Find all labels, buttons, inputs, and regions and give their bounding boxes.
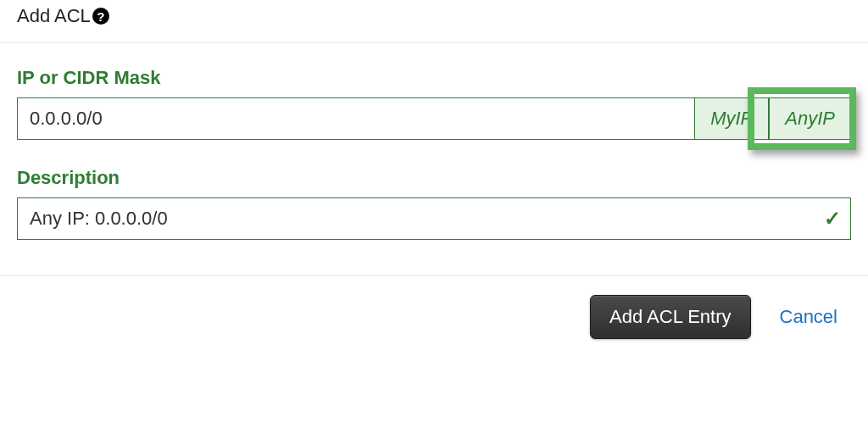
ip-cidr-input[interactable]: [17, 97, 694, 140]
dialog-footer: Add ACL Entry Cancel: [17, 276, 851, 339]
any-ip-button[interactable]: AnyIP: [769, 97, 851, 140]
description-input[interactable]: [17, 197, 851, 240]
description-input-wrap: ✓: [17, 197, 851, 240]
help-icon[interactable]: ?: [92, 8, 109, 25]
dialog-title: Add ACL: [17, 5, 91, 27]
cancel-button[interactable]: Cancel: [775, 306, 843, 328]
ip-label: IP or CIDR Mask: [17, 67, 851, 89]
ip-input-row: MyIP AnyIP: [17, 97, 851, 140]
check-icon: ✓: [824, 208, 841, 229]
dialog-header: Add ACL ?: [0, 5, 868, 43]
my-ip-button[interactable]: MyIP: [694, 97, 769, 140]
description-label: Description: [17, 167, 851, 189]
add-acl-entry-button[interactable]: Add ACL Entry: [590, 295, 750, 339]
